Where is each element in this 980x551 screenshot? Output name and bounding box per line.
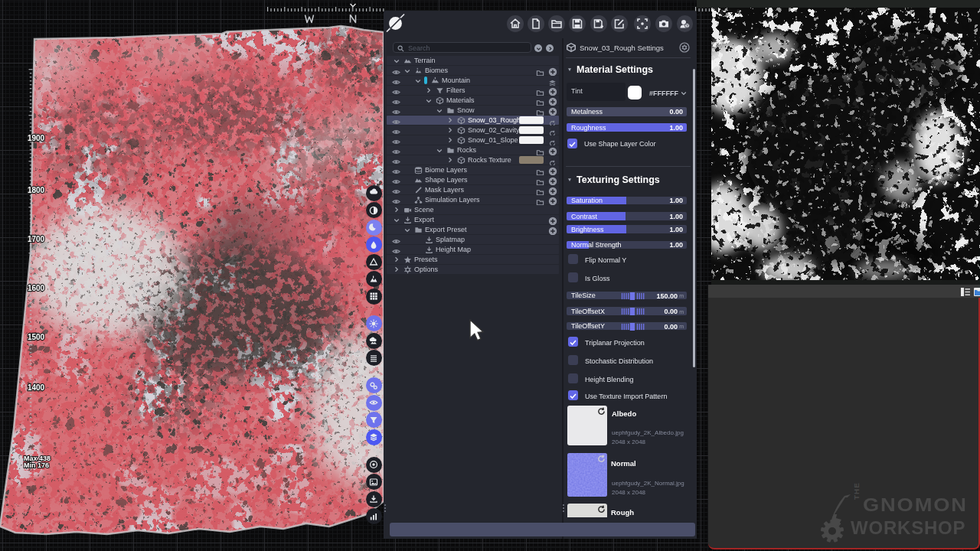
svg-text:Min 176: Min 176: [24, 461, 49, 469]
svg-text:1700: 1700: [28, 235, 45, 243]
svg-text:1800: 1800: [28, 186, 45, 194]
svg-text:1500: 1500: [28, 333, 45, 341]
svg-text:1900: 1900: [28, 134, 45, 142]
svg-text:1600: 1600: [28, 284, 45, 292]
svg-text:1400: 1400: [28, 383, 45, 392]
